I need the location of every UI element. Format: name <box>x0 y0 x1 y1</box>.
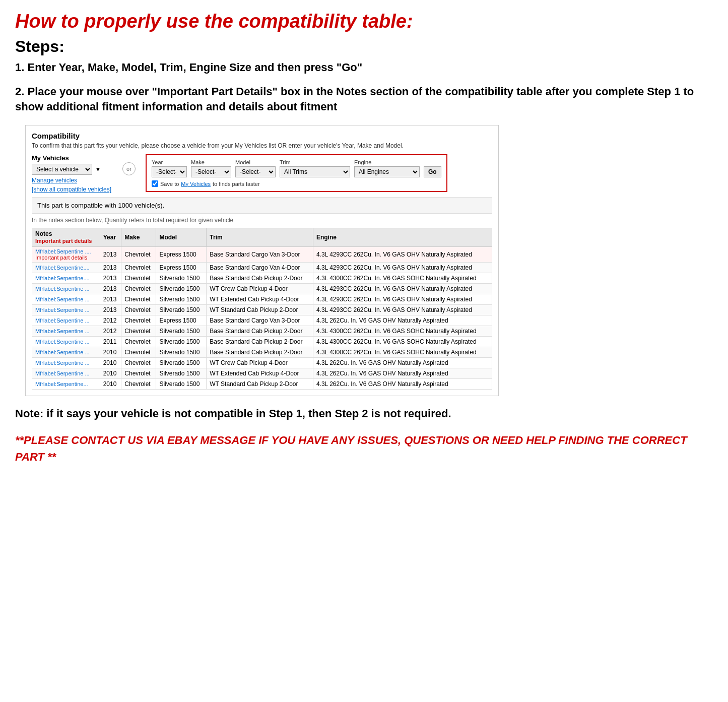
ymm-search-section: Year -Select- Make -Select- Model <box>146 154 447 192</box>
notes-cell: Mfrlabel:Serpentine.... <box>32 263 100 273</box>
main-title: How to properly use the compatibility ta… <box>15 10 713 33</box>
model-cell: Silverado 1500 <box>156 305 207 315</box>
engine-select[interactable]: All Engines <box>354 166 420 177</box>
model-cell: Silverado 1500 <box>156 337 207 347</box>
make-cell: Chevrolet <box>121 337 156 347</box>
model-cell: Silverado 1500 <box>156 326 207 337</box>
make-cell: Chevrolet <box>121 347 156 358</box>
model-select[interactable]: -Select- <box>235 166 276 177</box>
trim-cell: Base Standard Cab Pickup 2-Door <box>207 326 313 337</box>
make-cell: Chevrolet <box>121 247 156 263</box>
model-cell: Silverado 1500 <box>156 368 207 379</box>
notes-cell: Mfrlabel:Serpentine ... <box>32 284 100 294</box>
table-row: Mfrlabel:Serpentine ...2010ChevroletSilv… <box>32 358 492 368</box>
go-button[interactable]: Go <box>424 166 441 177</box>
make-select[interactable]: -Select- <box>191 166 231 177</box>
engine-cell: 4.3L 262Cu. In. V6 GAS OHV Naturally Asp… <box>313 368 492 379</box>
col-header-notes: Notes Important part details <box>32 228 100 247</box>
or-divider: or <box>122 162 136 175</box>
engine-cell: 4.3L 4293CC 262Cu. In. V6 GAS OHV Natura… <box>313 284 492 294</box>
model-cell: Silverado 1500 <box>156 347 207 358</box>
make-cell: Chevrolet <box>121 368 156 379</box>
save-suffix: to finds parts faster <box>213 181 260 187</box>
engine-cell: 4.3L 262Cu. In. V6 GAS OHV Naturally Asp… <box>313 358 492 368</box>
year-cell: 2010 <box>100 368 121 379</box>
year-cell: 2010 <box>100 379 121 390</box>
trim-cell: Base Standard Cargo Van 3-Door <box>207 315 313 326</box>
trim-cell: WT Standard Cab Pickup 2-Door <box>207 305 313 315</box>
save-checkbox-row: Save to My Vehicles to finds parts faste… <box>152 180 441 187</box>
make-cell: Chevrolet <box>121 379 156 390</box>
compat-subtitle: To confirm that this part fits your vehi… <box>32 142 492 149</box>
trim-cell: WT Extended Cab Pickup 4-Door <box>207 294 313 305</box>
year-cell: 2013 <box>100 294 121 305</box>
make-cell: Chevrolet <box>121 273 156 284</box>
make-cell: Chevrolet <box>121 263 156 273</box>
year-cell: 2010 <box>100 358 121 368</box>
col-header-year: Year <box>100 228 121 247</box>
note-text: Note: if it says your vehicle is not com… <box>15 406 713 422</box>
engine-cell: 4.3L 4300CC 262Cu. In. V6 GAS SOHC Natur… <box>313 337 492 347</box>
year-select[interactable]: -Select- <box>152 166 187 177</box>
trim-cell: WT Extended Cab Pickup 4-Door <box>207 368 313 379</box>
notes-cell: Mfrlabel:Serpentine ... <box>32 358 100 368</box>
dropdown-arrow-icon: ▼ <box>95 166 101 172</box>
make-cell: Chevrolet <box>121 294 156 305</box>
model-cell: Silverado 1500 <box>156 284 207 294</box>
make-cell: Chevrolet <box>121 284 156 294</box>
my-vehicles-link[interactable]: My Vehicles <box>181 181 211 187</box>
make-cell: Chevrolet <box>121 305 156 315</box>
year-field-group: Year -Select- <box>152 159 187 177</box>
table-row: Mfrlabel:Serpentine ...2013ChevroletSilv… <box>32 305 492 315</box>
notes-cell: Mfrlabel:Serpentine... <box>32 379 100 390</box>
trim-cell: Base Standard Cab Pickup 2-Door <box>207 337 313 347</box>
steps-heading: Steps: <box>15 37 713 56</box>
year-cell: 2012 <box>100 326 121 337</box>
year-cell: 2011 <box>100 337 121 347</box>
model-cell: Express 1500 <box>156 263 207 273</box>
table-row: Mfrlabel:Serpentine....2013ChevroletExpr… <box>32 263 492 273</box>
trim-cell: Base Standard Cargo Van 4-Door <box>207 263 313 273</box>
manage-vehicles-link[interactable]: Manage vehicles <box>32 177 112 184</box>
model-cell: Express 1500 <box>156 247 207 263</box>
year-cell: 2010 <box>100 347 121 358</box>
make-cell: Chevrolet <box>121 315 156 326</box>
table-row: Mfrlabel:Serpentine ...2012ChevroletExpr… <box>32 315 492 326</box>
notes-cell: Mfrlabel:Serpentine ... <box>32 326 100 337</box>
year-cell: 2013 <box>100 273 121 284</box>
notes-cell: Mfrlabel:Serpentine.... <box>32 273 100 284</box>
my-vehicles-label: My Vehicles <box>32 154 112 162</box>
model-cell: Express 1500 <box>156 315 207 326</box>
trim-field-group: Trim All Trims <box>280 159 350 177</box>
compatible-count-bar: This part is compatible with 1000 vehicl… <box>32 197 492 214</box>
select-vehicle-dropdown[interactable]: Select a vehicle <box>32 164 92 175</box>
compatibility-table: Notes Important part details Year Make M… <box>32 228 492 390</box>
trim-cell: WT Crew Cab Pickup 4-Door <box>207 358 313 368</box>
model-cell: Silverado 1500 <box>156 358 207 368</box>
make-cell: Chevrolet <box>121 326 156 337</box>
notes-reference-text: In the notes section below, Quantity ref… <box>32 217 492 224</box>
col-header-trim: Trim <box>207 228 313 247</box>
col-header-model: Model <box>156 228 207 247</box>
save-checkbox[interactable] <box>152 180 158 187</box>
engine-field-group: Engine All Engines <box>354 159 420 177</box>
contact-text: **PLEASE CONTACT US VIA EBAY MESSAGE IF … <box>15 432 713 465</box>
table-row: Mfrlabel:Serpentine ...2012ChevroletSilv… <box>32 326 492 337</box>
col-header-make: Make <box>121 228 156 247</box>
notes-cell: Mfrlabel:Serpentine ... <box>32 315 100 326</box>
trim-cell: WT Crew Cab Pickup 4-Door <box>207 284 313 294</box>
notes-cell: Mfrlabel:Serpentine ... <box>32 347 100 358</box>
table-row: Mfrlabel:Serpentine ...2011ChevroletSilv… <box>32 337 492 347</box>
trim-cell: Base Standard Cargo Van 3-Door <box>207 247 313 263</box>
engine-cell: 4.3L 4300CC 262Cu. In. V6 GAS SOHC Natur… <box>313 347 492 358</box>
trim-cell: Base Standard Cab Pickup 2-Door <box>207 273 313 284</box>
trim-select[interactable]: All Trims <box>280 166 350 177</box>
year-cell: 2013 <box>100 263 121 273</box>
table-row: Mfrlabel:Serpentine...2010ChevroletSilve… <box>32 379 492 390</box>
notes-cell: Mfrlabel:Serpentine ... <box>32 337 100 347</box>
year-cell: 2013 <box>100 305 121 315</box>
make-label: Make <box>191 159 231 165</box>
model-cell: Silverado 1500 <box>156 379 207 390</box>
col-header-engine: Engine <box>313 228 492 247</box>
show-all-link[interactable]: [show all compatible vehicles] <box>32 186 112 193</box>
